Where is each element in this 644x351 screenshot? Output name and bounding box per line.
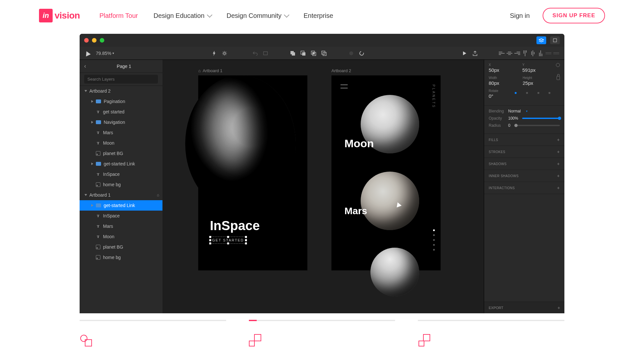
minimize-window-icon[interactable] (92, 38, 97, 43)
disclosure-triangle-icon[interactable] (84, 194, 87, 196)
plus-icon[interactable]: + (557, 161, 560, 166)
nav-design-community[interactable]: Design Community (226, 12, 288, 20)
inspector-panel-inner-shadows[interactable]: INNER SHADOWS+ (484, 170, 564, 182)
x-field[interactable]: X50px (489, 63, 516, 73)
y-field[interactable]: Y591px (522, 63, 550, 73)
select-tool[interactable] (85, 51, 90, 56)
distribute-v-icon[interactable] (553, 50, 559, 56)
height-field[interactable]: Height25px (523, 76, 550, 86)
text-icon: T (96, 224, 100, 228)
inspace-title: InSpace (210, 218, 260, 233)
nav-platform-tour[interactable]: Platform Tour (99, 12, 138, 20)
layer-row[interactable]: TMars (80, 127, 162, 138)
plus-icon[interactable]: + (557, 137, 560, 142)
plus-icon[interactable]: + (557, 173, 560, 178)
align-right-icon[interactable] (514, 50, 520, 56)
layer-row[interactable]: TMars (80, 221, 162, 231)
constrain-position-icon[interactable] (556, 63, 560, 67)
logo[interactable]: in vision (39, 9, 80, 22)
feature-1[interactable] (80, 320, 226, 346)
artboard-2[interactable]: Artboard 2 PLANETS Moon Mars (331, 75, 441, 270)
plus-icon[interactable]: + (557, 185, 560, 190)
layer-row[interactable]: get-started Link (80, 200, 162, 211)
lock-proportions-icon[interactable] (557, 76, 560, 80)
settings-icon[interactable] (222, 50, 227, 56)
align-middle-icon[interactable] (530, 50, 536, 56)
plus-icon[interactable]: + (557, 149, 560, 154)
back-icon[interactable]: ‹ (84, 63, 86, 70)
align-top-icon[interactable] (522, 50, 528, 56)
layer-row[interactable]: Navigation (80, 117, 162, 127)
maximize-window-icon[interactable] (100, 38, 104, 43)
search-layers-input[interactable] (84, 75, 158, 84)
get-started-link-selection[interactable]: GET STARTED (210, 237, 246, 244)
play-preview-icon[interactable] (462, 50, 468, 56)
layer-search (80, 73, 162, 86)
subtract-icon[interactable] (300, 50, 306, 56)
inspector-panel-shadows[interactable]: SHADOWS+ (484, 158, 564, 170)
layer-row[interactable]: get-started Link (80, 159, 162, 169)
layer-row[interactable]: TInSpace (80, 169, 162, 179)
nav-design-education[interactable]: Design Education (154, 12, 211, 20)
layer-row[interactable]: planet BG (80, 242, 162, 252)
width-field[interactable]: Width80px (489, 76, 516, 86)
layer-row[interactable]: Artboard 1⌂ (80, 190, 162, 200)
inspector-panel-interactions[interactable]: INTERACTIONS+ (484, 182, 564, 194)
mars-image (361, 172, 419, 230)
disclosure-triangle-icon[interactable] (91, 162, 93, 165)
layer-row[interactable]: home bg (80, 252, 162, 263)
layer-row[interactable]: TMoon (80, 138, 162, 148)
lightning-icon[interactable] (211, 50, 217, 56)
disclosure-triangle-icon[interactable] (91, 204, 93, 207)
zoom-control[interactable]: 79.85% ▾ (96, 51, 114, 56)
blending-field[interactable]: Blending Normal ▾ (489, 109, 560, 113)
align-center-h-icon[interactable] (507, 50, 512, 56)
distribute-h-icon[interactable] (546, 50, 551, 56)
export-panel[interactable]: EXPORT + (484, 302, 564, 313)
radius-field[interactable]: Radius 0 (489, 123, 560, 128)
redo-icon[interactable] (263, 50, 268, 56)
inspector-panel-fills[interactable]: FILLS+ (484, 134, 564, 146)
layer-row[interactable]: TInSpace (80, 211, 162, 221)
disclosure-triangle-icon[interactable] (84, 90, 87, 92)
library-panel-toggle[interactable] (550, 36, 560, 44)
intersect-icon[interactable] (311, 50, 316, 56)
opacity-field[interactable]: Opacity 100% (489, 116, 560, 121)
layer-row[interactable]: TMoon (80, 231, 162, 242)
signup-button[interactable]: SIGN UP FREE (543, 8, 605, 23)
layer-row[interactable]: Artboard 2 (80, 86, 162, 96)
rotate-presets[interactable] (515, 92, 560, 94)
disclosure-triangle-icon[interactable] (91, 121, 93, 124)
close-window-icon[interactable] (84, 38, 89, 43)
disclosure-triangle-icon[interactable] (91, 100, 93, 103)
inspector-panel-strokes[interactable]: STROKES+ (484, 146, 564, 158)
layer-row[interactable]: planet BG (80, 148, 162, 159)
upload-icon[interactable] (472, 50, 478, 56)
rotate-field[interactable]: Rotate0° (489, 89, 508, 99)
signin-link[interactable]: Sign in (510, 12, 530, 20)
svg-rect-4 (292, 52, 295, 56)
artboard-2-label[interactable]: Artboard 2 (331, 68, 351, 73)
artboard-1[interactable]: ⌂Artboard 1 InSpace GET STARTED (198, 75, 307, 270)
layer-name: home bg (103, 182, 121, 187)
cursor-icon (84, 50, 91, 56)
union-icon[interactable] (290, 50, 296, 56)
refresh-icon[interactable] (359, 50, 365, 56)
layer-row[interactable]: Pagination (80, 96, 162, 107)
canvas[interactable]: ⌂Artboard 1 InSpace GET STARTED Artboard… (162, 60, 484, 313)
undo-icon[interactable] (252, 50, 258, 56)
page-selector[interactable]: ‹ Page 1 (80, 60, 162, 73)
difference-icon[interactable] (321, 50, 327, 56)
feature-2[interactable] (249, 320, 395, 346)
nav-enterprise[interactable]: Enterprise (303, 12, 333, 20)
app-body: ‹ Page 1 Artboard 2PaginationTget starte… (80, 60, 564, 313)
align-left-icon[interactable] (499, 50, 505, 56)
layer-row[interactable]: home bg (80, 179, 162, 190)
align-bottom-icon[interactable] (538, 50, 544, 56)
plus-icon[interactable]: + (558, 305, 560, 310)
layer-row[interactable]: Tget started (80, 107, 162, 117)
artboard-1-label[interactable]: ⌂Artboard 1 (198, 68, 223, 73)
mask-icon[interactable] (348, 50, 354, 56)
layers-panel-toggle[interactable] (536, 36, 546, 44)
feature-3[interactable] (418, 320, 564, 346)
